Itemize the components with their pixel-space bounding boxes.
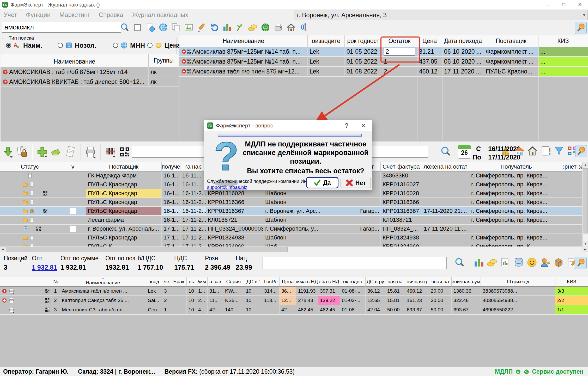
printer-icon[interactable] <box>84 146 96 158</box>
radio-icon[interactable] <box>113 43 118 48</box>
column-header[interactable]: КИЗ <box>538 35 588 47</box>
home-icon[interactable] <box>527 145 538 157</box>
search-type-[interactable]: МНН <box>113 41 145 49</box>
menu-item-3[interactable]: Маркетинг <box>59 11 90 19</box>
table-row[interactable]: АМОКСИКЛАВ : таб п/об 875мг+125мг n14лк <box>1 67 179 77</box>
column-header[interactable]: ена с НД <box>318 277 340 287</box>
pin-icon[interactable] <box>575 22 587 34</box>
notebook-icon[interactable] <box>540 145 551 157</box>
column-header[interactable]: Цена <box>280 277 296 287</box>
column-header[interactable]: КИЗ <box>555 277 588 287</box>
column-header[interactable]: Счёт-фактура <box>381 162 422 171</box>
branch-address-combobox[interactable]: г. Воронеж, ул. Арсенальная, 3 ▼ <box>294 10 588 20</box>
table-row[interactable]: АМОКСИКЛАВ КВИКТАБ : таб дисперг. 500+12… <box>1 77 179 87</box>
column-header[interactable]: ничная ц <box>405 277 429 287</box>
globe-icon[interactable] <box>158 22 168 32</box>
checkbox-icon[interactable] <box>133 22 143 32</box>
table-row[interactable]: Лесан фарма16-1...17-11-2...КЛ0138721Шаб… <box>0 216 582 225</box>
box-icon[interactable] <box>553 257 564 268</box>
coins-icon[interactable] <box>487 257 498 268</box>
database-icon[interactable] <box>513 257 524 268</box>
pin-icon[interactable] <box>575 257 587 269</box>
report-icon[interactable] <box>500 257 511 268</box>
column-header[interactable]: мма с НД <box>296 277 318 287</box>
column-header[interactable]: ернет за <box>563 162 582 171</box>
table-row[interactable]: ПУЛЬС Краснодар16-1...16-11-2...КРР01316… <box>0 207 582 216</box>
docs-lock-icon[interactable] <box>16 146 28 158</box>
column-header[interactable]: оизводите <box>308 35 345 47</box>
row-checkbox[interactable] <box>70 226 76 232</box>
column-header[interactable]: Дата прихода <box>442 35 484 47</box>
column-header[interactable]: ^Наименование <box>60 277 146 287</box>
pencil-icon[interactable] <box>197 22 207 32</box>
positions-search-input[interactable] <box>263 257 447 269</box>
column-header[interactable]: ная на <box>385 277 405 287</box>
scroll-thumb[interactable] <box>583 168 588 233</box>
support-email-link[interactable]: support@infoas.biz <box>207 185 247 190</box>
column-header[interactable]: ^Наименование <box>1 54 149 67</box>
doc-globe-icon[interactable] <box>146 22 155 32</box>
table-row[interactable]: 2Каптоприл Сандоз табл 25 ...Sal...2102.… <box>0 296 588 305</box>
calendar-icon[interactable]: 26 <box>458 145 471 159</box>
search-type-[interactable]: Цена <box>147 41 180 49</box>
search-icon[interactable] <box>440 146 452 157</box>
column-header[interactable]: нь <box>187 277 196 287</box>
smiley-icon[interactable] <box>526 257 537 268</box>
plus-icon[interactable] <box>36 146 48 158</box>
radio-icon[interactable] <box>147 43 153 48</box>
yes-button[interactable]: Да <box>306 177 338 188</box>
eraser-icon[interactable] <box>50 146 62 158</box>
close-button[interactable]: ✕ <box>572 0 588 9</box>
maximize-button[interactable]: □ <box>556 0 572 9</box>
column-header[interactable]: Получатель <box>469 162 563 171</box>
column-header[interactable]: Серия <box>223 277 244 287</box>
column-header[interactable]: Штрихкод <box>481 277 555 287</box>
barcode-icon[interactable] <box>105 146 117 158</box>
menu-item-2[interactable]: Функции <box>26 11 51 19</box>
coins-icon[interactable] <box>248 22 258 32</box>
scroll-down-icon[interactable]: ▼ <box>583 241 588 246</box>
search-icon[interactable] <box>120 22 130 32</box>
table-row[interactable]: ПУЛЬС Краснодар17-1...17-11-2...КРР01324… <box>0 233 582 242</box>
column-header[interactable]: ГосРе <box>262 277 280 287</box>
funnel-icon[interactable] <box>553 145 565 157</box>
scroll-right-icon[interactable]: ► <box>582 246 588 252</box>
radio-icon[interactable] <box>58 43 63 48</box>
column-header[interactable]: /мм <box>196 277 208 287</box>
minimize-button[interactable]: – <box>539 0 556 9</box>
vertical-scrollbar[interactable]: ▲ ▼ <box>582 162 588 246</box>
column-header[interactable]: Группы <box>149 54 179 67</box>
house-icon[interactable] <box>513 145 525 157</box>
column-header[interactable]: Поставщик <box>86 162 162 171</box>
chart-icon[interactable] <box>222 22 232 32</box>
column-header[interactable]: ДС в ' <box>244 277 262 287</box>
search-type-[interactable]: Нозол. <box>58 41 96 49</box>
broom-icon[interactable] <box>500 145 512 157</box>
search-icon[interactable] <box>454 257 465 268</box>
fax-icon[interactable] <box>273 22 283 32</box>
column-header[interactable] <box>0 277 52 287</box>
column-header[interactable]: звод <box>146 277 162 287</box>
download-icon[interactable] <box>2 146 14 158</box>
dialog-help-button[interactable]: ? <box>343 122 350 129</box>
column-header[interactable]: а зав <box>208 277 223 287</box>
column-header[interactable]: ок годно <box>340 277 366 287</box>
column-header[interactable]: Наименование <box>179 35 308 47</box>
row-checkbox[interactable] <box>70 208 76 214</box>
table-row[interactable]: г. Воронеж, ул. Арсеналь...17-1...17-11-… <box>0 225 582 233</box>
no-button[interactable]: Нет <box>341 178 371 188</box>
undo-icon[interactable] <box>209 22 219 32</box>
column-header[interactable]: Статус <box>0 162 60 171</box>
antenna-icon[interactable] <box>299 22 309 32</box>
column-header[interactable]: че <box>162 277 171 287</box>
copy-docs-icon[interactable] <box>171 22 181 32</box>
receipt-icon[interactable] <box>64 146 76 158</box>
home-icon[interactable] <box>286 22 296 32</box>
column-header[interactable]: ложена на остат <box>422 162 469 171</box>
globe-green-icon[interactable] <box>260 22 270 32</box>
user-key-icon[interactable] <box>540 257 551 268</box>
table-row[interactable]: ПУЛЬС К...17-1...17-11-2...КРР01324960Ша… <box>0 242 582 246</box>
column-header[interactable]: Поставщик <box>484 35 538 47</box>
column-header[interactable]: Брак <box>171 277 187 287</box>
qr-icon[interactable] <box>119 146 131 158</box>
